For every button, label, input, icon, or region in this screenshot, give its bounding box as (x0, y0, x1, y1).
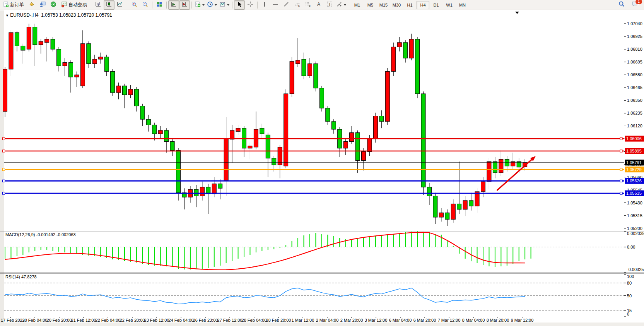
templates-button[interactable] (218, 0, 231, 10)
macd-histogram-bar (58, 247, 59, 252)
new-order-button[interactable]: 新订单 (1, 0, 26, 10)
line-handle[interactable] (3, 180, 5, 182)
candlestick-chart-icon (106, 1, 112, 9)
candle (21, 46, 25, 50)
notification-badge: 1 (635, 0, 642, 5)
toolbar-separator (191, 2, 192, 9)
candle (463, 201, 467, 209)
notifications-button[interactable]: 1 (629, 0, 640, 10)
macd-histogram-bar (321, 234, 322, 247)
macd-histogram-bar (280, 247, 280, 248)
auto-scroll-button[interactable] (168, 0, 179, 10)
line-handle[interactable] (3, 168, 5, 171)
candle (284, 94, 288, 166)
experts-button[interactable] (37, 0, 48, 10)
time-axis-label: 1 Mar 12:00 (292, 318, 314, 323)
periods-button[interactable] (206, 0, 218, 10)
timeframe-H1[interactable]: H1 (403, 1, 416, 9)
macd-histogram-bar (214, 247, 215, 267)
timeframe-W1[interactable]: W1 (443, 1, 456, 9)
timeframe-M1[interactable]: M1 (351, 1, 364, 9)
macd-histogram-bar (29, 247, 29, 252)
arrows-button[interactable] (335, 0, 347, 10)
vertical-line-button[interactable] (259, 0, 270, 10)
candlestick-chart-button[interactable] (104, 0, 114, 10)
search-button[interactable] (616, 0, 627, 10)
crosshair-button[interactable] (245, 0, 256, 10)
macd-histogram-bar (524, 247, 525, 259)
indicators-lamp-button[interactable] (26, 0, 37, 10)
price-line-label: 1.05626 (626, 178, 642, 183)
cursor-icon (236, 1, 243, 9)
timeframe-M30[interactable]: M30 (390, 1, 403, 9)
candle (236, 128, 240, 132)
add-indicator-icon (195, 1, 201, 9)
line-handle[interactable] (620, 137, 622, 140)
time-axis-label: 22 Feb 04:00 (96, 318, 121, 323)
candle (212, 184, 216, 194)
trendline-button[interactable] (281, 0, 292, 10)
toolbar-separator (152, 2, 152, 9)
chart-canvas[interactable]: 1.070401.069251.068101.066951.065801.064… (0, 0, 644, 326)
signals-button[interactable] (48, 0, 59, 10)
tile-windows-button[interactable] (154, 0, 165, 10)
macd-histogram-bar (256, 247, 256, 252)
autotrading-button[interactable]: 自动交易 (59, 0, 89, 10)
candle (248, 146, 252, 148)
templates-icon (219, 1, 225, 9)
text-button[interactable]: A (313, 0, 324, 10)
price-line-label: 1.05515 (626, 191, 642, 196)
macd-histogram-bar (447, 240, 448, 247)
macd-histogram-bar (148, 247, 149, 265)
time-axis-label: 7 Mar 12:00 (438, 318, 461, 323)
candle (99, 57, 103, 59)
timeframe-M5[interactable]: M5 (364, 1, 377, 9)
macd-histogram-bar (172, 247, 173, 267)
chevron-down-icon (344, 4, 346, 6)
signals-icon (50, 1, 56, 9)
line-handle[interactable] (3, 192, 5, 194)
macd-histogram-bar (202, 247, 203, 269)
equidistant-channel-button[interactable]: E (292, 0, 302, 10)
candle (104, 57, 109, 71)
candle (421, 94, 425, 187)
candle (87, 44, 91, 64)
cursor-button[interactable] (234, 0, 245, 10)
candle (152, 125, 157, 134)
text-label-button[interactable]: T (324, 0, 335, 10)
macd-histogram-bar (519, 247, 519, 261)
price-axis-label: 1.07040 (627, 21, 642, 26)
zoom-in-button[interactable] (129, 0, 140, 10)
line-handle[interactable] (620, 150, 622, 152)
line-handle[interactable] (620, 192, 622, 194)
macd-histogram-bar (495, 247, 495, 267)
line-handle[interactable] (3, 150, 5, 152)
price-line-label: 1.05791 (626, 160, 642, 165)
toolbar-separator (232, 2, 232, 9)
text-label-icon: T (326, 1, 333, 9)
macd-histogram-bar (166, 247, 167, 266)
line-handle[interactable] (620, 168, 622, 171)
line-chart-button[interactable] (114, 0, 125, 10)
timeframe-D1[interactable]: D1 (430, 1, 442, 9)
bar-chart-button[interactable] (93, 0, 104, 10)
price-axis-label: 1.05430 (627, 201, 642, 205)
candle (260, 128, 264, 134)
time-axis-label: 6 Mar 20:00 (413, 318, 436, 323)
line-handle[interactable] (620, 180, 622, 182)
zoom-out-button[interactable] (140, 0, 150, 10)
timeframe-H4[interactable]: H4 (417, 1, 429, 9)
timeframe-MN[interactable]: MN (456, 1, 469, 9)
horizontal-line-button[interactable] (270, 0, 281, 10)
toolbar-separator (91, 2, 91, 9)
chart-shift-button[interactable] (179, 0, 190, 10)
add-indicator-button[interactable] (193, 0, 206, 10)
line-handle[interactable] (3, 137, 5, 140)
timeframe-M15[interactable]: M15 (377, 1, 390, 9)
line-chart-icon (117, 1, 123, 9)
macd-histogram-bar (363, 238, 364, 247)
macd-histogram-bar (477, 247, 478, 263)
candle (27, 27, 31, 49)
macd-histogram-bar (34, 247, 35, 251)
fibonacci-button[interactable]: F (302, 0, 313, 10)
